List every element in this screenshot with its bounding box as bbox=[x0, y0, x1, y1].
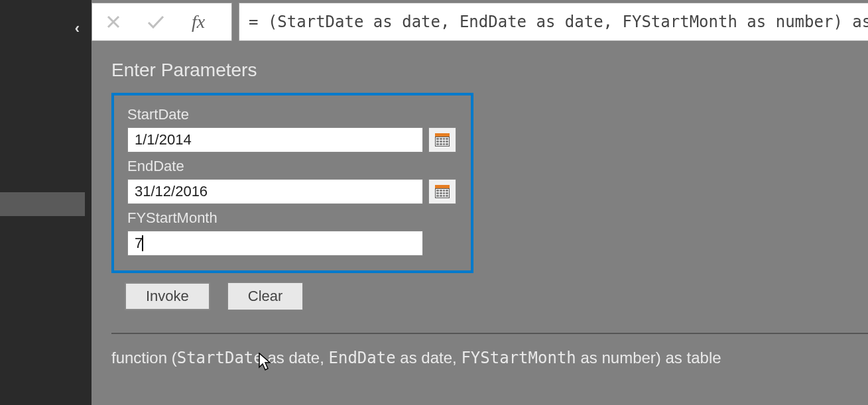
formula-input-wrap[interactable]: = (StartDate as date, EndDate as date, F… bbox=[239, 3, 868, 41]
calendar-icon bbox=[435, 185, 450, 198]
enddate-label: EndDate bbox=[127, 158, 458, 175]
main-area: fx = (StartDate as date, EndDate as date… bbox=[92, 0, 868, 405]
action-buttons-row: Invoke Clear bbox=[125, 282, 868, 310]
enddate-row bbox=[127, 179, 458, 204]
calendar-icon bbox=[435, 133, 450, 146]
sig-asdate1: as date, bbox=[263, 349, 329, 367]
startdate-datepicker-button[interactable] bbox=[428, 127, 456, 152]
sig-param-startdate: StartDate bbox=[177, 349, 263, 367]
fystartmonth-label: FYStartMonth bbox=[127, 209, 458, 227]
fystartmonth-input[interactable]: 7 bbox=[127, 231, 423, 256]
formula-bar: fx = (StartDate as date, EndDate as date… bbox=[92, 0, 868, 42]
collapse-sidebar-icon[interactable]: ‹ bbox=[75, 20, 80, 37]
fystartmonth-row: 7 bbox=[127, 231, 458, 256]
function-signature: function (StartDate as date, EndDate as … bbox=[111, 334, 868, 367]
clear-button[interactable]: Clear bbox=[227, 282, 304, 310]
sig-param-fystartmonth: FYStartMonth bbox=[461, 349, 576, 367]
formula-bar-controls: fx bbox=[92, 3, 232, 41]
cancel-formula-icon[interactable] bbox=[92, 3, 135, 40]
enddate-input[interactable] bbox=[127, 179, 423, 204]
parameters-box: StartDate EndDate bbox=[111, 93, 473, 273]
content-area: Enter Parameters StartDate EndDat bbox=[92, 42, 868, 405]
startdate-input[interactable] bbox=[127, 127, 423, 152]
confirm-formula-icon[interactable] bbox=[135, 3, 177, 40]
left-sidebar: ‹ bbox=[0, 0, 92, 405]
startdate-label: StartDate bbox=[127, 106, 458, 123]
sig-prefix: function ( bbox=[111, 349, 177, 367]
sig-asnumber: as number) as table bbox=[576, 349, 721, 367]
startdate-row bbox=[127, 127, 458, 152]
sig-param-enddate: EndDate bbox=[329, 349, 396, 367]
invoke-button[interactable]: Invoke bbox=[125, 282, 210, 310]
sig-asdate2: as date, bbox=[396, 349, 462, 367]
enter-parameters-title: Enter Parameters bbox=[111, 60, 868, 81]
sidebar-active-item[interactable] bbox=[0, 192, 85, 216]
enddate-datepicker-button[interactable] bbox=[428, 179, 456, 204]
fx-icon[interactable]: fx bbox=[177, 3, 219, 40]
formula-text[interactable]: = (StartDate as date, EndDate as date, F… bbox=[249, 13, 868, 31]
